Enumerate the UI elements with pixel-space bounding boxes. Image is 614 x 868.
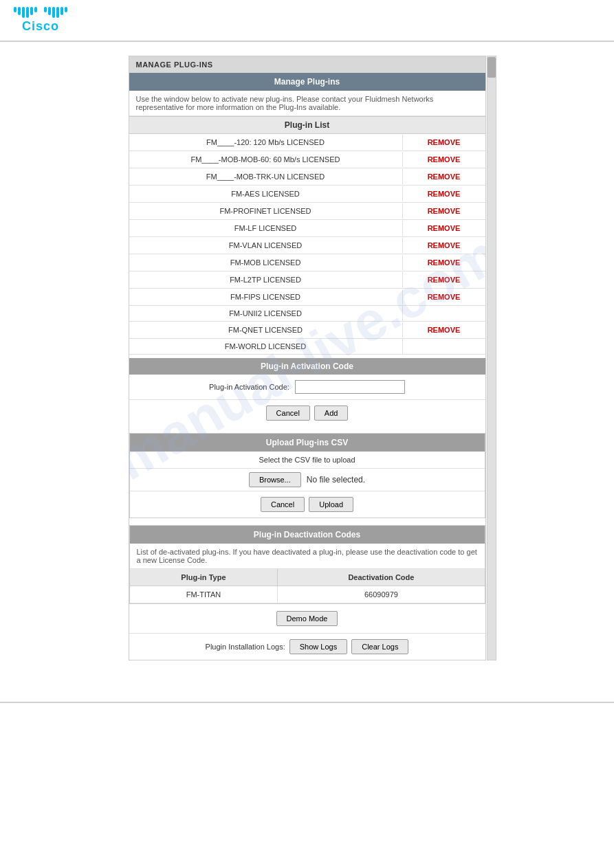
table-row: FM-UNII2 LICENSED <box>129 306 485 322</box>
cisco-logo: Cisco <box>14 7 67 34</box>
bar4 <box>26 7 29 18</box>
bar5 <box>30 7 33 15</box>
page-header: Cisco <box>0 0 614 42</box>
plugin-name: FM-AES LICENSED <box>129 186 403 201</box>
deactivation-section: Plug-in Deactivation Codes List of de-ac… <box>129 525 485 604</box>
clear-logs-button[interactable]: Clear Logs <box>351 639 408 654</box>
plugin-name: FM-PROFINET LICENSED <box>129 203 403 219</box>
table-row: FM____-MOB-MOB-60: 60 Mb/s LICENSEDREMOV… <box>129 151 485 168</box>
remove-link[interactable]: REMOVE <box>428 155 461 164</box>
plugin-name: FM____-MOB-TRK-UN LICENSED <box>129 169 403 184</box>
bar8 <box>48 7 51 15</box>
bar9 <box>52 7 55 18</box>
plugin-action[interactable]: REMOVE <box>403 168 485 185</box>
table-row: FM-VLAN LICENSEDREMOVE <box>129 237 485 254</box>
table-row: FM-L2TP LICENSEDREMOVE <box>129 271 485 289</box>
plugin-action[interactable]: REMOVE <box>403 289 485 305</box>
demo-mode-button[interactable]: Demo Mode <box>276 611 338 626</box>
description-text: Use the window below to activate new plu… <box>129 91 485 116</box>
upload-header: Upload Plug-ins CSV <box>130 434 485 452</box>
table-row: FM-PROFINET LICENSEDREMOVE <box>129 203 485 220</box>
upload-buttons: Cancel Upload <box>130 491 485 518</box>
table-row: FM-FIPS LICENSEDREMOVE <box>129 289 485 306</box>
activation-label: Plug-in Activation Code: <box>209 383 289 391</box>
cisco-text: Cisco <box>22 19 59 34</box>
plugin-name: FM-UNII2 LICENSED <box>129 306 403 321</box>
bar6 <box>34 7 37 12</box>
plugin-action[interactable]: REMOVE <box>403 237 485 254</box>
table-row: FM-QNET LICENSEDREMOVE <box>129 322 485 339</box>
table-row: FM-WORLD LICENSED <box>129 339 485 355</box>
deact-col1-header: Plug-in Type <box>130 569 278 586</box>
remove-link[interactable]: REMOVE <box>428 241 461 249</box>
deact-code: 66090979 <box>278 586 485 603</box>
remove-link[interactable]: REMOVE <box>428 326 461 334</box>
section-title: MANAGE PLUG-INS <box>129 56 485 73</box>
plugin-action[interactable]: REMOVE <box>403 220 485 236</box>
bar-gap <box>39 7 43 18</box>
plugin-list-header: Plug-in List <box>129 116 485 134</box>
remove-link[interactable]: REMOVE <box>428 258 461 267</box>
plugin-action[interactable]: REMOVE <box>403 134 485 151</box>
logs-row: Plugin Installation Logs: Show Logs Clea… <box>129 633 485 660</box>
remove-link[interactable]: REMOVE <box>428 276 461 284</box>
upload-button[interactable]: Upload <box>309 497 353 512</box>
activation-input[interactable] <box>295 380 405 394</box>
table-row: FM-TITAN66090979 <box>130 586 485 603</box>
table-row: FM-AES LICENSEDREMOVE <box>129 186 485 203</box>
deact-col2-header: Deactivation Code <box>278 569 485 586</box>
plugin-name: FM____-MOB-MOB-60: 60 Mb/s LICENSED <box>129 152 403 167</box>
plugin-name: FM-LF LICENSED <box>129 221 403 236</box>
scroll-thumb[interactable] <box>487 57 496 78</box>
remove-link[interactable]: REMOVE <box>428 293 461 301</box>
plugin-action <box>403 310 485 317</box>
bar7 <box>44 7 47 12</box>
table-row: FM____-MOB-TRK-UN LICENSEDREMOVE <box>129 168 485 186</box>
scrollbar[interactable] <box>487 56 496 660</box>
remove-link[interactable]: REMOVE <box>428 207 461 215</box>
plugin-list: FM____-120: 120 Mb/s LICENSEDREMOVEFM___… <box>129 134 485 355</box>
deactivation-table: Plug-in Type Deactivation Code FM-TITAN6… <box>130 569 485 603</box>
remove-link[interactable]: REMOVE <box>428 190 461 198</box>
browse-button[interactable]: Browse... <box>249 472 301 487</box>
deactivation-header: Plug-in Deactivation Codes <box>130 526 485 544</box>
no-file-text: No file selected. <box>307 475 365 485</box>
table-row: FM____-120: 120 Mb/s LICENSEDREMOVE <box>129 134 485 151</box>
plugin-action[interactable]: REMOVE <box>403 322 485 338</box>
deact-plugin-type: FM-TITAN <box>130 586 278 603</box>
logs-label: Plugin Installation Logs: <box>206 643 285 651</box>
upload-cancel-button[interactable]: Cancel <box>261 497 305 512</box>
bottom-line <box>0 702 614 703</box>
deactivation-description: List of de-activated plug-ins. If you ha… <box>130 544 485 569</box>
remove-link[interactable]: REMOVE <box>428 173 461 181</box>
activation-cancel-button[interactable]: Cancel <box>266 405 310 421</box>
bar2 <box>18 7 21 15</box>
content-area: manual-live.com MANAGE PLUG-INS Manage P… <box>0 42 614 674</box>
plugin-name: FM-VLAN LICENSED <box>129 238 403 253</box>
plugin-name: FM-FIPS LICENSED <box>129 289 403 304</box>
table-row: FM-MOB LICENSEDREMOVE <box>129 254 485 271</box>
plugin-action <box>403 343 485 350</box>
activation-add-button[interactable]: Add <box>314 405 349 421</box>
cisco-bars <box>14 7 67 18</box>
plugin-action[interactable]: REMOVE <box>403 203 485 219</box>
plugin-name: FM-QNET LICENSED <box>129 322 403 337</box>
activation-buttons: Cancel Add <box>129 400 485 426</box>
plugin-action[interactable]: REMOVE <box>403 254 485 271</box>
bar1 <box>14 7 17 12</box>
plugin-action[interactable]: REMOVE <box>403 151 485 168</box>
plugin-action[interactable]: REMOVE <box>403 186 485 202</box>
upload-select-text: Select the CSV file to upload <box>130 452 485 469</box>
table-row: FM-LF LICENSEDREMOVE <box>129 220 485 237</box>
plugin-name: FM-L2TP LICENSED <box>129 272 403 287</box>
activation-header: Plug-in Activation Code <box>129 358 485 375</box>
plugin-action[interactable]: REMOVE <box>403 271 485 288</box>
remove-link[interactable]: REMOVE <box>428 138 461 146</box>
bar12 <box>65 7 67 12</box>
upload-file-row: Browse... No file selected. <box>130 469 485 491</box>
bar11 <box>61 7 63 15</box>
plugin-name: FM____-120: 120 Mb/s LICENSED <box>129 135 403 150</box>
show-logs-button[interactable]: Show Logs <box>289 639 347 654</box>
remove-link[interactable]: REMOVE <box>428 224 461 232</box>
plugin-name: FM-WORLD LICENSED <box>129 339 403 354</box>
